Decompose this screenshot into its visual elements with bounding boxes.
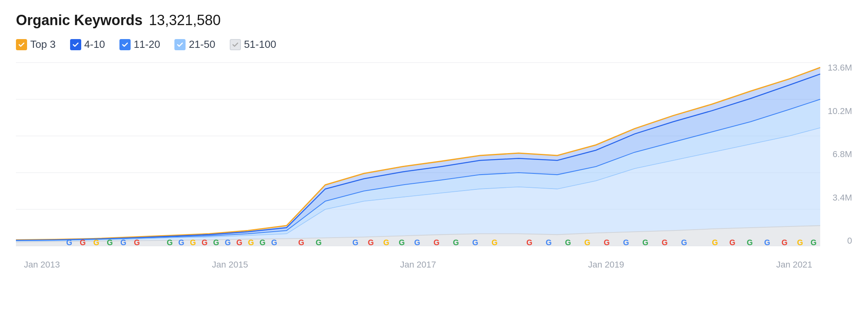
- legend-item-4-10[interactable]: 4-10: [70, 38, 105, 51]
- legend-checkbox-21-50: [174, 39, 186, 50]
- svg-text:G: G: [492, 238, 498, 247]
- legend-item-21-50[interactable]: 21-50: [174, 38, 215, 51]
- chart-container: G G G G G G G G G G G G G G G G G G: [16, 63, 852, 270]
- svg-text:G: G: [213, 238, 219, 247]
- page-title: Organic Keywords: [16, 12, 143, 29]
- x-axis: Jan 2013 Jan 2015 Jan 2017 Jan 2019 Jan …: [16, 246, 820, 270]
- check-icon: [72, 41, 79, 48]
- svg-text:G: G: [642, 238, 648, 247]
- x-label-2015: Jan 2015: [212, 260, 248, 270]
- svg-text:G: G: [190, 238, 196, 247]
- svg-text:G: G: [681, 238, 687, 247]
- y-label-136m: 13.6M: [828, 63, 852, 73]
- svg-text:G: G: [298, 238, 304, 247]
- svg-text:G: G: [782, 238, 788, 247]
- legend-label-4-10: 4-10: [84, 38, 105, 51]
- page-wrapper: Organic Keywords 13,321,580 Top 3 4-10: [16, 12, 852, 270]
- svg-text:G: G: [797, 238, 803, 247]
- chart-svg: G G G G G G G G G G G G G G G G G G: [16, 63, 820, 246]
- svg-text:G: G: [93, 238, 99, 247]
- legend-item-11-20[interactable]: 11-20: [119, 38, 160, 51]
- check-icon: [121, 41, 129, 48]
- svg-text:G: G: [434, 238, 440, 247]
- check-icon: [18, 41, 25, 48]
- legend-label-11-20: 11-20: [134, 38, 160, 51]
- svg-text:G: G: [201, 238, 207, 247]
- svg-text:G: G: [526, 238, 532, 247]
- svg-text:G: G: [178, 238, 184, 247]
- svg-text:G: G: [712, 238, 718, 247]
- svg-text:G: G: [662, 238, 668, 247]
- svg-text:G: G: [585, 238, 590, 247]
- legend-checkbox-top3: [16, 39, 27, 50]
- x-label-2017: Jan 2017: [400, 260, 436, 270]
- svg-text:G: G: [167, 238, 173, 247]
- check-icon: [232, 41, 239, 48]
- y-label-102m: 10.2M: [828, 106, 852, 116]
- svg-text:G: G: [248, 238, 254, 247]
- total-count: 13,321,580: [149, 12, 221, 29]
- svg-text:G: G: [368, 238, 374, 247]
- legend-label-21-50: 21-50: [189, 38, 215, 51]
- svg-text:G: G: [271, 238, 277, 247]
- svg-text:G: G: [811, 238, 817, 247]
- x-label-2019: Jan 2019: [588, 260, 624, 270]
- svg-text:G: G: [80, 238, 86, 247]
- svg-text:G: G: [399, 238, 405, 247]
- legend-checkbox-11-20: [119, 39, 131, 50]
- y-label-34m: 3.4M: [833, 193, 852, 203]
- legend-checkbox-51-100: [230, 39, 241, 50]
- svg-text:G: G: [623, 238, 629, 247]
- legend-checkbox-4-10: [70, 39, 81, 50]
- svg-text:G: G: [472, 238, 478, 247]
- x-label-2013: Jan 2013: [24, 260, 60, 270]
- legend: Top 3 4-10 11-20: [16, 38, 852, 51]
- svg-text:G: G: [120, 238, 126, 247]
- svg-text:G: G: [134, 238, 140, 247]
- svg-text:G: G: [352, 238, 358, 247]
- y-label-68m: 6.8M: [833, 149, 852, 159]
- svg-text:G: G: [453, 238, 459, 247]
- check-icon: [176, 41, 184, 48]
- legend-label-top3: Top 3: [30, 38, 56, 51]
- svg-text:G: G: [729, 238, 735, 247]
- x-label-2021: Jan 2021: [776, 260, 812, 270]
- svg-text:G: G: [414, 238, 420, 247]
- svg-text:G: G: [260, 238, 266, 247]
- svg-text:G: G: [107, 238, 113, 247]
- y-label-0: 0: [847, 236, 852, 246]
- header: Organic Keywords 13,321,580: [16, 12, 852, 29]
- svg-text:G: G: [383, 238, 389, 247]
- svg-text:G: G: [604, 238, 610, 247]
- y-axis: 13.6M 10.2M 6.8M 3.4M 0: [820, 63, 852, 246]
- svg-text:G: G: [545, 238, 551, 247]
- legend-label-51-100: 51-100: [244, 38, 276, 51]
- svg-text:G: G: [747, 238, 753, 247]
- svg-text:G: G: [66, 238, 72, 247]
- legend-item-51-100[interactable]: 51-100: [230, 38, 276, 51]
- legend-item-top3[interactable]: Top 3: [16, 38, 56, 51]
- svg-text:G: G: [316, 238, 322, 247]
- svg-text:G: G: [565, 238, 571, 247]
- svg-text:G: G: [764, 238, 770, 247]
- chart-area: G G G G G G G G G G G G G G G G G G: [16, 63, 820, 246]
- svg-text:G: G: [237, 238, 242, 247]
- svg-text:G: G: [225, 238, 231, 247]
